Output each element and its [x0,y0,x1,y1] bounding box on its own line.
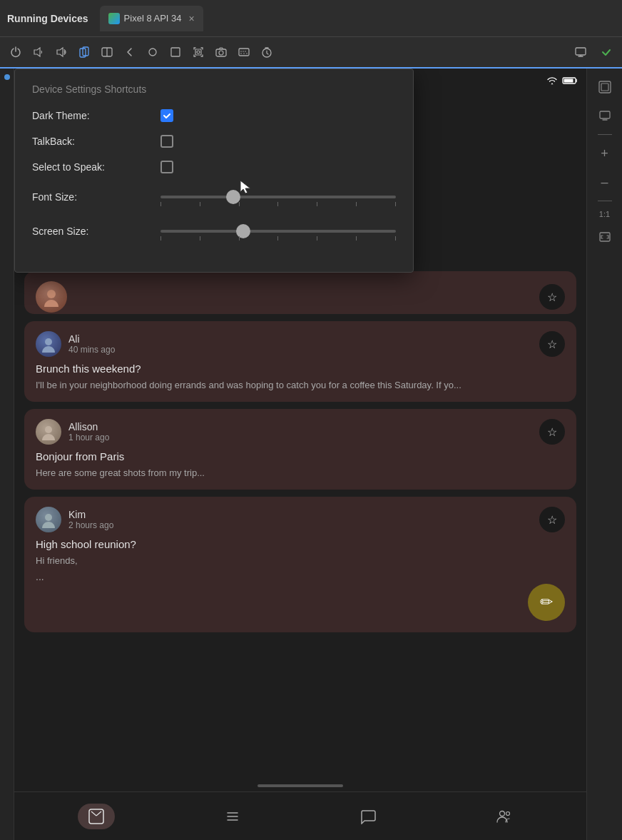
font-size-label: Font Size: [32,191,160,203]
app-title: Running Devices [7,13,88,24]
svg-rect-39 [601,84,608,91]
display-settings-icon[interactable] [571,42,591,62]
volume-down-icon[interactable] [29,42,49,62]
stk-7 [395,236,396,241]
sidebar-indicator [4,74,10,80]
zoom-out-button[interactable]: – [595,172,615,192]
tick-2 [200,202,200,206]
plus-icon: + [601,146,608,161]
dark-theme-row: Dark Theme: [32,109,396,122]
svg-point-9 [197,51,200,54]
volume-up-icon[interactable] [51,42,71,62]
svg-point-6 [149,49,156,56]
overview-icon[interactable] [165,42,185,62]
nav-chat-button[interactable] [350,804,387,829]
device-tab-icon [108,13,120,24]
timer-icon[interactable] [257,42,277,62]
svg-rect-8 [195,49,201,55]
allison-avatar [36,419,61,445]
nav-mail-button[interactable] [78,804,115,829]
screen-size-track [160,230,396,233]
device-tab-label: Pixel 8 API 34 [124,13,182,24]
check-icon[interactable] [596,42,616,62]
screen-size-slider[interactable] [160,221,396,242]
fab-compose-button[interactable]: ✏ [528,584,565,621]
allison-card-preview: Here are some great shots from my trip..… [36,467,565,480]
minus-icon: – [601,175,608,190]
device-tab[interactable]: Pixel 8 API 34 × [100,6,203,31]
dark-theme-label: Dark Theme: [32,110,160,121]
right-panel-screen-button[interactable] [595,106,615,126]
stk-3 [239,236,240,241]
stk-2 [200,236,200,241]
extend-button[interactable] [595,77,615,97]
svg-point-37 [506,811,509,815]
allison-message-card[interactable]: Allison 1 hour ago ☆ Bonjour from Paris … [24,409,576,490]
ali-avatar [36,331,61,357]
allison-star-button[interactable]: ☆ [539,419,565,445]
tab-close-button[interactable]: × [189,13,195,24]
tick-7 [395,202,396,206]
home-icon[interactable] [143,42,163,62]
aspect-ratio-button[interactable] [595,227,615,247]
talkback-checkbox[interactable] [160,135,173,148]
first-card-star-button[interactable]: ☆ [539,284,565,310]
kim-avatar [36,507,61,532]
svg-point-28 [45,514,52,521]
kim-message-card[interactable]: Kim 2 hours ago ☆ High school reunion? H… [24,497,576,632]
font-size-slider[interactable] [160,186,396,208]
svg-point-27 [45,426,52,433]
svg-rect-24 [564,79,573,82]
kim-card-preview: Hi friends, [36,555,565,567]
ali-sender-name: Ali [68,333,539,345]
battery-icon [562,76,578,87]
svg-rect-40 [600,111,610,118]
first-message-card[interactable]: ☆ ... [24,271,576,314]
stk-6 [356,236,357,241]
nav-list-button[interactable] [214,804,251,829]
wifi-icon [546,76,558,87]
bottom-navigation [14,791,586,840]
dark-theme-checkbox[interactable] [160,109,173,122]
nav-people-button[interactable] [486,804,523,829]
kim-star-button[interactable]: ☆ [539,507,565,532]
keyboard-icon[interactable] [234,42,254,62]
select-to-speak-checkbox[interactable] [160,161,173,173]
svg-marker-0 [34,48,40,56]
fold-icon[interactable] [97,42,117,62]
tick-1 [160,202,161,206]
tick-6 [356,202,357,206]
select-to-speak-row: Select to Speak: [32,161,396,173]
talkback-row: TalkBack: [32,135,396,148]
stk-1 [160,236,161,241]
tick-5 [317,202,317,206]
kim-card-subject: High school reunion? [36,538,565,550]
ali-sender-time: 40 mins ago [68,345,539,355]
screen-size-ticks [160,236,396,241]
first-card-avatar [36,281,67,313]
zoom-in-button[interactable]: + [595,143,615,163]
allison-sender-name: Allison [68,421,539,432]
right-panel: + – 1:1 [586,69,622,840]
screenshot-icon[interactable] [188,42,208,62]
svg-point-26 [45,338,52,345]
ali-message-card[interactable]: Ali 40 mins ago ☆ Brunch this weekend? I… [24,321,576,402]
font-size-row: Font Size: [32,186,396,208]
left-sidebar [0,69,14,840]
tick-3 [239,202,240,206]
talkback-label: TalkBack: [32,136,160,147]
svg-rect-12 [239,49,249,56]
stk-5 [317,236,317,241]
rotate-icon[interactable] [74,42,94,62]
camera-icon[interactable] [211,42,231,62]
back-icon[interactable] [120,42,140,62]
svg-marker-1 [57,48,63,56]
device-screen: ☆ ... Ali [14,69,586,840]
power-icon[interactable] [6,42,26,62]
ali-star-button[interactable]: ☆ [539,331,565,357]
main-area: ☆ ... Ali [0,69,622,840]
allison-sender-time: 1 hour ago [68,432,539,442]
zoom-level: 1:1 [599,210,610,218]
zoom-divider-top [598,134,612,135]
top-bar: Running Devices Pixel 8 API 34 × [0,0,622,37]
